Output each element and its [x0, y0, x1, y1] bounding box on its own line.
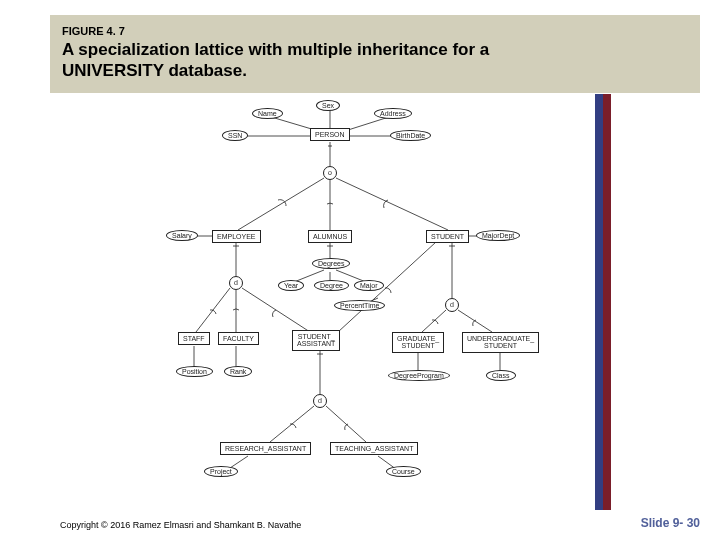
attr-course: Course [386, 466, 421, 477]
graduate-student-line1: GRADUATE_ [397, 335, 439, 342]
entity-faculty: FACULTY [218, 332, 259, 345]
circle-d-employee: d [229, 276, 243, 290]
circle-d-student: d [445, 298, 459, 312]
svg-line-35 [326, 406, 366, 442]
figure-title: A specialization lattice with multiple i… [62, 39, 688, 82]
attr-name: Name [252, 108, 283, 119]
svg-line-27 [458, 310, 492, 332]
entity-person: PERSON [310, 128, 350, 141]
title-line-1: A specialization lattice with multiple i… [62, 40, 489, 59]
svg-line-9 [336, 178, 448, 230]
svg-line-7 [238, 178, 324, 230]
entity-teaching-assistant: TEACHING_ASSISTANT [330, 442, 418, 455]
svg-line-26 [422, 310, 446, 332]
student-assistant-line2: ASSISTANT [297, 340, 335, 347]
entity-employee: EMPLOYEE [212, 230, 261, 243]
attr-class: Class [486, 370, 516, 381]
slide-number: Slide 9- 30 [641, 516, 700, 530]
svg-line-22 [338, 242, 436, 332]
entity-graduate-student: GRADUATE_ STUDENT [392, 332, 444, 353]
copyright-text: Copyright © 2016 Ramez Elmasri and Shamk… [60, 520, 301, 530]
entity-student: STUDENT [426, 230, 469, 243]
entity-alumnus: ALUMNUS [308, 230, 352, 243]
attr-year: Year [278, 280, 304, 291]
undergraduate-student-line1: UNDERGRADUATE_ [467, 335, 534, 342]
figure-label: FIGURE 4. 7 [62, 25, 688, 37]
attr-position: Position [176, 366, 213, 377]
entity-student-assistant: STUDENT_ ASSISTANT [292, 330, 340, 351]
entity-staff: STAFF [178, 332, 210, 345]
graduate-student-line2: STUDENT [402, 342, 435, 349]
eer-diagram: Sex Name Address SSN BirthDate PERSON o … [160, 100, 580, 500]
student-assistant-line1: STUDENT_ [298, 333, 335, 340]
attr-birthdate: BirthDate [390, 130, 431, 141]
attr-major: Major [354, 280, 384, 291]
circle-o: o [323, 166, 337, 180]
attr-degreeprogram: DegreeProgram [388, 370, 450, 381]
attr-sex: Sex [316, 100, 340, 111]
vertical-stripe-maroon [603, 94, 611, 510]
attr-salary: Salary [166, 230, 198, 241]
entity-research-assistant: RESEARCH_ASSISTANT [220, 442, 311, 455]
vertical-stripe-navy [595, 94, 603, 510]
title-line-2: UNIVERSITY database. [62, 61, 247, 80]
attr-majordept: MajorDept [476, 230, 520, 241]
attr-percenttime: PercentTime [334, 300, 385, 311]
attr-project: Project [204, 466, 238, 477]
slide-header: FIGURE 4. 7 A specialization lattice wit… [50, 15, 700, 93]
attr-degree: Degree [314, 280, 349, 291]
circle-d-assistant: d [313, 394, 327, 408]
undergraduate-student-line2: STUDENT [484, 342, 517, 349]
attr-address: Address [374, 108, 412, 119]
entity-undergraduate-student: UNDERGRADUATE_ STUDENT [462, 332, 539, 353]
